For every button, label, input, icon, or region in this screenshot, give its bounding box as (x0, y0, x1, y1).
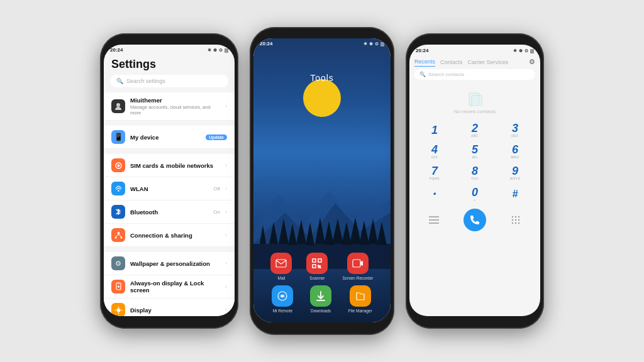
svg-point-59 (518, 222, 519, 224)
status-bar-dialer: 20:24 ✳ ⊕ ⊙ ||| (409, 45, 540, 55)
dial-num-dot: · (433, 187, 436, 201)
no-contacts-text: No recent contacts (454, 109, 496, 114)
dial-pad: 1 2 ABC 3 DEF 4 GHI 5 JKL (409, 119, 540, 205)
settings-item-wlan[interactable]: WLAN Off › (104, 177, 235, 200)
sim-title: SIM cards & mobile networks (130, 162, 220, 169)
dialpad-grid-button[interactable] (507, 211, 525, 229)
wlan-status: Off (213, 186, 220, 192)
status-icons-3: ✳ ⊕ ⊙ ||| (513, 48, 534, 53)
my-device-text: My device (130, 134, 201, 141)
phone-home: 20:24 ✳ ⊕ ⊙ ||| Tools (250, 27, 394, 335)
always-on-title: Always-on display & Lock screen (130, 280, 220, 293)
dial-key-3[interactable]: 3 DEF (495, 119, 535, 141)
svg-point-56 (518, 219, 519, 221)
dial-num-hash: # (513, 189, 518, 199)
status-icons-2: ✳ ⊕ ⊙ ||| (364, 41, 384, 47)
settings-item-bluetooth[interactable]: Bluetooth On › (104, 200, 235, 224)
chevron-icon: › (225, 103, 227, 109)
always-on-text: Always-on display & Lock screen (130, 280, 220, 293)
wallpaper-icon: ⚙ (111, 256, 125, 270)
dial-letters-3: DEF (511, 134, 519, 138)
settings-item-connection[interactable]: Connection & sharing › (104, 224, 235, 247)
dial-letters-2: ABC (471, 134, 479, 138)
dial-key-2[interactable]: 2 ABC (455, 119, 495, 141)
dial-num-4: 4 (431, 144, 438, 155)
svg-rect-36 (313, 265, 316, 268)
svg-point-58 (515, 222, 516, 224)
dial-letters-0: + (474, 198, 475, 202)
display-icon (111, 303, 125, 316)
status-time-2: 20:24 (260, 41, 272, 47)
tab-contacts[interactable]: Contacts (440, 58, 463, 67)
app-file-manager[interactable]: File Manager (348, 285, 372, 313)
settings-gear-icon[interactable]: ⚙ (529, 58, 535, 66)
app-mi-remote[interactable]: Mi Remote (272, 285, 293, 313)
svg-point-11 (116, 308, 120, 312)
chevron-display: › (225, 307, 227, 313)
dial-key-hash[interactable]: # (495, 184, 535, 205)
dial-key-4[interactable]: 4 GHI (414, 141, 455, 162)
dial-key-8[interactable]: 8 TUV (455, 162, 495, 184)
app-mail[interactable]: Mail (270, 253, 292, 280)
settings-item-sim[interactable]: SIM cards & mobile networks › (104, 154, 235, 177)
dial-key-7[interactable]: 7 PQRS (414, 162, 455, 184)
phone-settings: 20:24 ✳ ⊕ ⊙ ||| Settings 🔍 Search settin… (100, 33, 238, 329)
svg-rect-33 (276, 260, 286, 267)
sim-icon (111, 158, 125, 172)
svg-point-57 (512, 222, 513, 224)
dial-letters-6: MNO (511, 155, 519, 159)
chevron-wlan: › (225, 185, 227, 192)
svg-point-54 (512, 219, 513, 221)
svg-rect-47 (472, 96, 482, 106)
search-contacts-placeholder: Search contacts (428, 72, 464, 77)
dialer-tabs: Recents Contacts Carrier Services ⚙ (409, 55, 540, 68)
settings-search-bar[interactable]: 🔍 Search settings (110, 75, 228, 87)
folder-label: Tools (310, 73, 334, 83)
settings-item-display[interactable]: Display › (104, 299, 235, 316)
app-downloads[interactable]: Downloads (310, 285, 331, 313)
menu-button[interactable] (425, 211, 443, 229)
display-title: Display (130, 307, 220, 314)
divider-2 (104, 149, 235, 154)
sun (303, 79, 341, 117)
dial-key-9[interactable]: 9 WXYZ (495, 162, 535, 184)
app-downloads-label: Downloads (311, 309, 331, 313)
app-grid: Mail Scanner Screen Recorder (253, 253, 391, 313)
dialer-search-bar[interactable]: 🔍 Search contacts (414, 69, 535, 80)
dial-key-dot[interactable]: · (414, 184, 455, 205)
svg-point-0 (116, 103, 120, 107)
settings-item-miuithemer[interactable]: Miuithemer Manage accounts, cloud servic… (104, 92, 235, 121)
dial-num-3: 3 (512, 123, 518, 134)
chevron-wallpaper: › (225, 260, 227, 266)
tab-carrier[interactable]: Carrier Services (468, 58, 509, 67)
wlan-title: WLAN (130, 185, 208, 192)
svg-point-43 (281, 295, 284, 297)
dial-key-6[interactable]: 6 MNO (495, 141, 535, 162)
bluetooth-icon (111, 205, 125, 219)
chevron-sim: › (225, 162, 227, 168)
dial-key-1[interactable]: 1 (414, 119, 455, 141)
connection-title: Connection & sharing (130, 232, 220, 239)
app-file-manager-label: File Manager (348, 309, 372, 313)
settings-item-wallpaper[interactable]: ⚙ Wallpaper & personalization › (104, 252, 235, 275)
svg-point-53 (518, 216, 519, 217)
app-screen-recorder[interactable]: Screen Recorder (342, 253, 373, 280)
svg-point-2 (117, 164, 119, 167)
app-row-2: Mi Remote Downloads File Manager (264, 285, 380, 313)
dial-num-8: 8 (472, 165, 478, 177)
settings-item-my-device[interactable]: 📱 My device Update (104, 126, 235, 149)
app-mail-label: Mail (278, 276, 286, 280)
dial-num-7: 7 (431, 165, 438, 177)
divider-1 (104, 121, 235, 126)
dial-num-0: 0 (472, 187, 478, 198)
app-recorder-label: Screen Recorder (342, 276, 373, 280)
call-button[interactable] (464, 209, 486, 231)
tab-recents[interactable]: Recents (414, 57, 435, 67)
app-scanner[interactable]: Scanner (306, 253, 328, 280)
dial-key-5[interactable]: 5 JKL (455, 141, 495, 162)
settings-item-always-on[interactable]: Always-on display & Lock screen › (104, 275, 235, 299)
settings-title: Settings (104, 54, 235, 75)
dial-num-6: 6 (512, 144, 518, 155)
status-time-1: 20:24 (110, 47, 123, 53)
dial-key-0[interactable]: 0 + (455, 184, 495, 205)
